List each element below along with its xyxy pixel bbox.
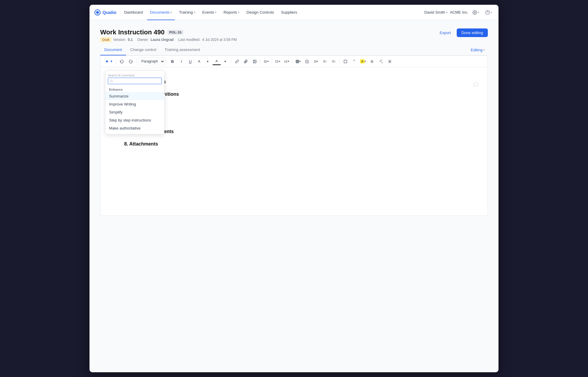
table-button[interactable]: ▾ <box>294 57 302 65</box>
header-actions: Export Done editing <box>437 28 488 37</box>
modified-label: Last modified: <box>178 38 200 42</box>
nav-training[interactable]: Training ▾ <box>176 8 198 16</box>
toolbar-separator <box>339 58 340 64</box>
chevron-down-icon: ▾ <box>478 11 479 14</box>
ai-menu-improve[interactable]: Improve Writing <box>106 100 164 108</box>
svg-point-1 <box>96 11 99 14</box>
ai-search-input[interactable] <box>114 79 160 83</box>
nav-events[interactable]: Events ▾ <box>199 8 220 16</box>
svg-rect-21 <box>296 60 299 63</box>
tab-change-control[interactable]: Change control <box>126 44 160 55</box>
doc-section-6: 8. Attachments <box>124 141 464 147</box>
section-heading-3: 5. Policy <box>124 104 464 109</box>
bold-button[interactable]: B <box>168 57 177 65</box>
doc-section-3: 5. Policy <box>124 104 464 109</box>
tab-document[interactable]: Document <box>100 44 126 55</box>
document-title: Work Instruction 490 <box>100 28 164 36</box>
editor-wrapper: ✦ Search AI command <box>100 55 488 216</box>
ai-dropdown-menu: Search AI command Enhance Summarize Impr… <box>105 71 164 134</box>
top-navigation: Qualio Dashboard Documents ▾ Training ▾ … <box>90 5 498 20</box>
logo-text: Qualio <box>103 10 116 15</box>
ai-menu-simplify[interactable]: Simplify <box>106 108 164 116</box>
document-meta: Draft Version: 0.1 · Owner: Laura Ungrad… <box>100 37 237 42</box>
chevron-down-icon: ▾ <box>215 11 216 14</box>
document-tabs: Document Change control Training assessm… <box>100 44 488 55</box>
chevron-down-icon: ▾ <box>446 11 448 14</box>
font-size-button[interactable]: A <box>195 57 203 65</box>
search-icon <box>110 79 113 83</box>
chevron-down-icon: ▾ <box>490 11 492 14</box>
version-label: Version: <box>113 38 126 42</box>
doc-section-2: 1. Terms and Definitions <box>124 92 464 97</box>
ai-search-area: Search AI command <box>106 73 164 86</box>
document-badge: POL-15 <box>167 30 183 35</box>
highlight-color-button[interactable]: A ▾ <box>359 57 367 65</box>
link-button[interactable] <box>233 57 241 65</box>
chevron-down-icon: ▾ <box>483 48 485 52</box>
nav-suppliers[interactable]: Suppliers <box>278 8 300 16</box>
ai-menu-summarize[interactable]: Summarize <box>106 92 164 100</box>
nav-dashboard[interactable]: Dashboard <box>121 8 146 16</box>
svg-line-6 <box>112 82 113 82</box>
ai-menu-step-by-step[interactable]: Step by step instructions <box>106 116 164 124</box>
subscript-button[interactable]: X2 <box>321 57 329 65</box>
underline-button[interactable]: U <box>186 57 194 65</box>
image-button[interactable] <box>250 57 259 65</box>
ai-search-wrapper <box>108 78 162 84</box>
bullet-list-button[interactable]: ▾ <box>274 57 282 65</box>
redo-button[interactable] <box>127 57 135 65</box>
section-heading-1: 4. Responsibilities <box>124 79 464 84</box>
align-button[interactable]: ▾ <box>262 57 270 65</box>
font-size-down-button[interactable]: ▾ <box>204 57 212 65</box>
nav-reports[interactable]: Reports ▾ <box>220 8 242 16</box>
text-color-arrow[interactable]: ▾ <box>221 57 229 65</box>
text-color-button[interactable]: A <box>212 57 221 65</box>
ai-search-label: Search AI command <box>108 74 162 77</box>
ai-button-label: ✦ <box>110 59 113 63</box>
export-button[interactable]: Export <box>437 29 454 37</box>
attach-button[interactable] <box>242 57 250 65</box>
nav-documents[interactable]: Documents ▾ <box>147 8 175 16</box>
highlight-button[interactable] <box>341 57 349 65</box>
doc-section-1: 4. Responsibilities <box>124 79 464 84</box>
chevron-down-icon: ▾ <box>170 11 172 14</box>
checklist-button[interactable] <box>303 57 311 65</box>
nav-design-controls[interactable]: Design Controls <box>244 8 277 16</box>
toolbar-separator <box>231 58 231 64</box>
chevron-down-icon: ▾ <box>194 11 195 14</box>
svg-rect-26 <box>344 60 347 63</box>
toolbar-separator <box>292 58 293 64</box>
ai-menu-authoritative[interactable]: Make authoritative <box>106 124 164 132</box>
ai-section-enhance: Enhance <box>106 87 164 92</box>
svg-point-17 <box>276 62 276 63</box>
settings-button[interactable]: ▾ <box>471 9 481 16</box>
quote-button[interactable]: " <box>350 57 358 65</box>
toolbar-separator <box>136 58 137 64</box>
help-button[interactable]: ▾ <box>483 9 494 16</box>
numbered-list-button[interactable]: ▾ <box>282 57 291 65</box>
clear-format-button[interactable] <box>377 57 385 65</box>
user-menu[interactable]: David Smith ▾ <box>424 10 448 15</box>
italic-button[interactable]: I <box>177 57 186 65</box>
paragraph-style-select[interactable]: Paragraph <box>138 57 165 65</box>
editing-dropdown[interactable]: Editing ▾ <box>468 46 488 54</box>
strikethrough-button[interactable]: S <box>368 57 376 65</box>
toolbar-separator <box>272 58 272 64</box>
logo[interactable]: Qualio <box>94 9 116 16</box>
page-content: Work Instruction 490 POL-15 Draft Versio… <box>90 20 498 372</box>
superscript-button[interactable]: X2 <box>330 57 338 65</box>
modified-value: 4 Jul 2024 at 3:59 PM <box>202 38 237 42</box>
special-chars-button[interactable]: Ω ▾ <box>312 57 320 65</box>
document-header: Work Instruction 490 POL-15 Draft Versio… <box>100 28 488 42</box>
done-editing-button[interactable]: Done editing <box>457 28 488 37</box>
indent-button[interactable] <box>386 57 394 65</box>
owner-value: Laura Ungrad <box>151 38 174 42</box>
owner-label: Owner: <box>137 38 149 42</box>
undo-button[interactable] <box>118 57 126 65</box>
ai-command-button[interactable]: ✦ <box>103 57 114 65</box>
section-heading-4: 6. References <box>124 116 464 122</box>
company-menu[interactable]: ACME Inc. <box>450 10 468 15</box>
tab-training-assessment[interactable]: Training assessment <box>160 44 204 55</box>
version-value: 0.1 <box>128 38 133 42</box>
editor-toolbar: ✦ Search AI command <box>100 56 488 67</box>
